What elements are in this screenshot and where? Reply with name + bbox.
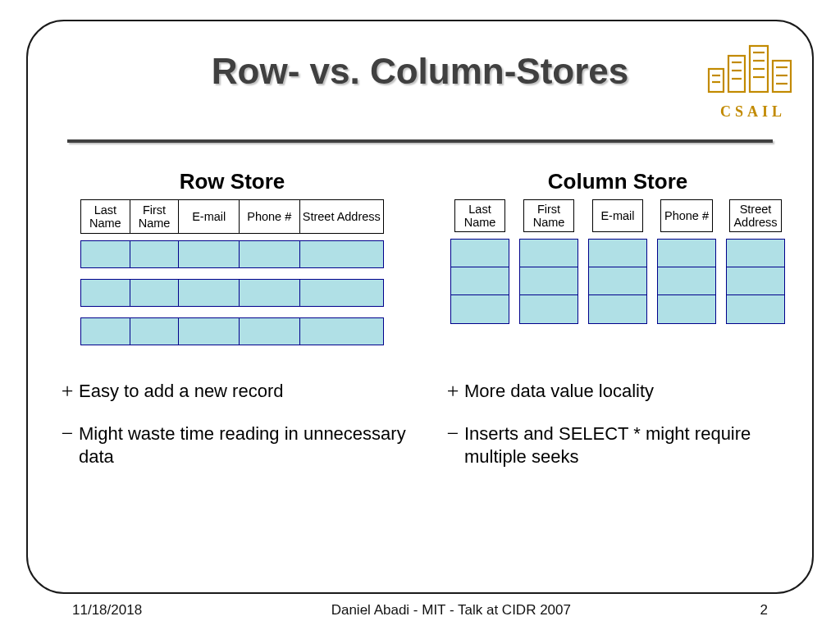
- slide-footer: 11/18/2018 Daniel Abadi - MIT - Talk at …: [72, 602, 768, 619]
- column-store-column: First Name: [519, 199, 578, 324]
- bullets-left: Easy to add a new recordMight waste time…: [56, 380, 409, 488]
- bullet-text: Inserts and SELECT * might require multi…: [464, 422, 794, 468]
- column-store-cell: [451, 267, 509, 295]
- plus-icon: [441, 380, 464, 402]
- csail-logo-text: CSAIL: [704, 103, 802, 121]
- row-store-cell: [179, 241, 240, 267]
- column-store-section: Column Store Last NameFirst NameE-mailPh…: [441, 169, 794, 356]
- column-store-cell: [589, 267, 646, 295]
- column-store-col-header: First Name: [523, 199, 574, 232]
- column-store-col-header: Last Name: [454, 199, 505, 232]
- row-store-cell: [240, 241, 300, 267]
- minus-icon: [441, 422, 464, 445]
- slide-title: Row- vs. Column-Stores: [0, 51, 840, 92]
- row-store-cell: [81, 280, 130, 306]
- column-store-cell: [451, 295, 509, 323]
- row-store-col-header: Phone #: [240, 200, 300, 233]
- column-store-blocks: [519, 239, 578, 324]
- row-store-cell: [81, 318, 130, 345]
- row-store-heading: Row Store: [56, 169, 409, 194]
- column-store-col-header: Phone #: [660, 199, 713, 232]
- row-store-col-header: E-mail: [179, 200, 240, 233]
- column-store-cell: [727, 267, 784, 295]
- column-store-column: Street Address: [726, 199, 785, 324]
- diagram-area: Row Store Last NameFirst NameE-mailPhone…: [56, 169, 794, 356]
- minus-icon: [56, 422, 79, 445]
- column-store-cell: [520, 267, 578, 295]
- bullet-item: Inserts and SELECT * might require multi…: [441, 422, 794, 468]
- row-store-cell: [300, 280, 383, 306]
- row-store-cell: [81, 241, 130, 267]
- column-store-blocks: [450, 239, 509, 324]
- column-store-cell: [589, 295, 646, 323]
- row-store-cell: [130, 318, 180, 345]
- row-store-section: Row Store Last NameFirst NameE-mailPhone…: [56, 169, 409, 356]
- row-store-col-header: Last Name: [81, 200, 130, 233]
- row-store-cell: [300, 241, 383, 267]
- column-store-heading: Column Store: [441, 169, 794, 194]
- row-store-col-header: First Name: [130, 200, 180, 233]
- column-store-blocks: [657, 239, 716, 324]
- row-store-cell: [240, 280, 300, 306]
- footer-page: 2: [760, 602, 768, 619]
- column-store-column: Last Name: [450, 199, 509, 324]
- row-store-cell: [130, 241, 180, 267]
- footer-center: Daniel Abadi - MIT - Talk at CIDR 2007: [142, 602, 760, 619]
- footer-date: 11/18/2018: [72, 602, 142, 619]
- column-store-cell: [520, 295, 578, 323]
- bullets-area: Easy to add a new recordMight waste time…: [56, 380, 794, 488]
- row-store-row: [80, 317, 384, 345]
- bullet-text: More data value locality: [464, 380, 654, 403]
- bullet-item: Easy to add a new record: [56, 380, 409, 403]
- column-store-blocks: [588, 239, 647, 324]
- column-store-col-header: E-mail: [592, 199, 643, 232]
- column-store-column: Phone #: [657, 199, 716, 324]
- row-store-cell: [179, 318, 240, 345]
- bullet-text: Easy to add a new record: [79, 380, 283, 403]
- column-store-cell: [727, 240, 784, 267]
- column-store-cell: [658, 240, 715, 267]
- row-store-row: [80, 240, 384, 268]
- column-store-cell: [658, 267, 715, 295]
- row-store-row: [80, 279, 384, 307]
- row-store-cell: [300, 318, 383, 345]
- row-store-cell: [240, 318, 300, 345]
- row-store-rows: [80, 240, 384, 345]
- column-store-cell: [451, 240, 509, 267]
- bullet-item: More data value locality: [441, 380, 794, 403]
- row-store-cell: [179, 280, 240, 306]
- column-store-column: E-mail: [588, 199, 647, 324]
- column-store-columns: Last NameFirst NameE-mailPhone #Street A…: [441, 199, 794, 324]
- title-underline: [67, 139, 773, 143]
- row-store-col-header: Street Address: [300, 200, 383, 233]
- row-store-header: Last NameFirst NameE-mailPhone #Street A…: [80, 199, 384, 234]
- column-store-cell: [727, 295, 784, 323]
- row-store-cell: [130, 280, 180, 306]
- column-store-blocks: [726, 239, 785, 324]
- bullet-item: Might waste time reading in unnecessary …: [56, 422, 409, 468]
- column-store-cell: [520, 240, 578, 267]
- column-store-cell: [589, 240, 646, 267]
- bullets-right: More data value localityInserts and SELE…: [441, 380, 794, 488]
- column-store-col-header: Street Address: [729, 199, 781, 232]
- plus-icon: [56, 380, 79, 402]
- column-store-cell: [658, 295, 715, 323]
- bullet-text: Might waste time reading in unnecessary …: [79, 422, 409, 468]
